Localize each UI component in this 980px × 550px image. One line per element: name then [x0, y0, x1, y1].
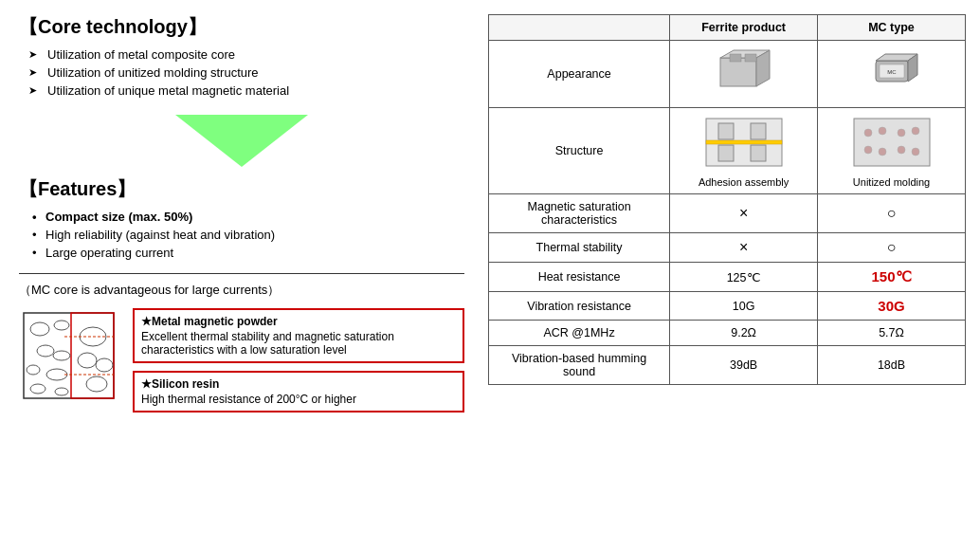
appearance-ferrite [670, 41, 818, 108]
thermal-stability-mc-mark: ○ [887, 239, 897, 255]
composite-diagram [19, 308, 123, 406]
svg-point-12 [96, 358, 113, 372]
structure-label: Structure [489, 108, 670, 194]
triangle-down-icon [175, 115, 308, 167]
left-panel: 【Core technology】 Utilization of metal c… [9, 9, 474, 541]
appearance-row: Appearance [489, 41, 966, 108]
thermal-stability-label: Thermal stability [489, 233, 670, 263]
core-bullets: Utilization of metal composite core Util… [19, 47, 464, 98]
svg-rect-30 [751, 123, 766, 139]
svg-point-34 [879, 127, 886, 135]
appearance-mc: MC [818, 41, 966, 108]
svg-point-33 [864, 129, 872, 137]
feature-item-2: High reliability (against heat and vibra… [28, 228, 464, 242]
svg-point-37 [864, 146, 872, 154]
acr-mc: 5.7Ω [818, 321, 966, 346]
ferrite-appearance-img [711, 46, 777, 99]
svg-rect-28 [718, 123, 734, 139]
svg-point-39 [898, 146, 905, 154]
heat-resistance-ferrite: 125℃ [670, 263, 818, 292]
core-technology-title: 【Core technology】 [19, 14, 464, 40]
svg-rect-29 [718, 145, 734, 161]
svg-point-35 [898, 129, 905, 137]
magnetic-label: Magnetic saturation characteristics [489, 194, 670, 233]
features-title: 【Features】 [19, 176, 464, 202]
annotations-container: ★Metal magnetic powder Excellent thermal… [133, 308, 464, 420]
thermal-stability-mc: ○ [818, 233, 966, 263]
heat-resistance-row: Heat resistance 125℃ 150℃ [489, 263, 966, 292]
svg-rect-20 [745, 54, 756, 62]
svg-point-36 [912, 127, 919, 135]
svg-point-40 [912, 148, 919, 156]
svg-point-6 [46, 369, 67, 380]
heat-resistance-mc-value: 150℃ [872, 268, 912, 284]
unitized-structure-img [849, 114, 935, 171]
magnetic-mc-mark: ○ [887, 205, 897, 221]
svg-point-4 [37, 345, 54, 357]
col-header-0 [489, 15, 670, 41]
comparison-table: Ferrite product MC type Appearance [488, 14, 966, 385]
acr-row: ACR @1MHz 9.2Ω 5.7Ω [489, 321, 966, 346]
acr-label: ACR @1MHz [489, 321, 670, 346]
composite-svg [19, 308, 123, 403]
magnetic-mc: ○ [818, 194, 966, 233]
core-bullet-1: Utilization of metal composite core [28, 47, 464, 62]
core-bullet-3: Utilization of unique metal magnetic mat… [28, 83, 464, 98]
acr-ferrite: 9.2Ω [670, 321, 818, 346]
mc-note: （MC core is advantageous for large curre… [19, 282, 464, 299]
vibration-resistance-ferrite: 10G [670, 292, 818, 321]
svg-rect-19 [730, 54, 741, 62]
thermal-stability-ferrite: × [670, 233, 818, 263]
silicon-resin-body: High thermal resistance of 200°C or high… [141, 393, 456, 406]
silicon-resin-annotation: ★Silicon resin High thermal resistance o… [133, 371, 464, 412]
magnetic-ferrite-mark: × [739, 205, 748, 221]
features-list: Compact size (max. 50%) High reliability… [19, 210, 464, 260]
svg-point-11 [78, 353, 97, 368]
silicon-resin-title: ★Silicon resin [141, 377, 456, 391]
adhesion-sublabel: Adhesion assembly [678, 176, 809, 188]
divider [19, 273, 464, 274]
humming-mc: 18dB [818, 346, 966, 385]
svg-point-38 [879, 148, 886, 156]
core-bullet-2: Utilization of unitized molding structur… [28, 65, 464, 80]
unitized-sublabel: Unitized molding [826, 176, 957, 188]
svg-point-2 [30, 322, 49, 336]
metal-powder-title: ★Metal magnetic powder [141, 315, 456, 328]
heat-resistance-mc: 150℃ [818, 263, 966, 292]
svg-point-7 [30, 384, 45, 394]
humming-ferrite: 39dB [670, 346, 818, 385]
svg-text:MC: MC [887, 69, 897, 75]
vibration-resistance-mc: 30G [818, 292, 966, 321]
vibration-resistance-row: Vibration resistance 10G 30G [489, 292, 966, 321]
svg-point-9 [53, 351, 70, 360]
svg-rect-32 [854, 119, 930, 166]
magnetic-ferrite: × [670, 194, 818, 233]
vibration-resistance-label: Vibration resistance [489, 292, 670, 321]
svg-rect-16 [720, 58, 756, 86]
vibration-resistance-mc-value: 30G [878, 298, 904, 314]
svg-point-13 [86, 376, 107, 392]
mc-appearance-img: MC [859, 46, 925, 99]
humming-label: Vibration-based humming sound [489, 346, 670, 385]
thermal-stability-row: Thermal stability × ○ [489, 233, 966, 263]
metal-powder-annotation: ★Metal magnetic powder Excellent thermal… [133, 308, 464, 363]
metal-powder-body: Excellent thermal stability and magnetic… [141, 330, 456, 357]
feature-item-3: Large operating current [28, 246, 464, 260]
structure-row: Structure Adhesion [489, 108, 966, 194]
magnetic-row: Magnetic saturation characteristics × ○ [489, 194, 966, 233]
right-panel: Ferrite product MC type Appearance [483, 9, 971, 541]
appearance-label: Appearance [489, 41, 670, 108]
triangle-graphic [19, 115, 464, 167]
humming-row: Vibration-based humming sound 39dB 18dB [489, 346, 966, 385]
svg-rect-31 [751, 145, 766, 161]
col-header-ferrite: Ferrite product [670, 15, 818, 41]
svg-rect-27 [706, 140, 782, 144]
bottom-section: ★Metal magnetic powder Excellent thermal… [19, 308, 464, 420]
adhesion-structure-img [701, 114, 787, 171]
svg-point-3 [54, 321, 69, 330]
feature-item-1: Compact size (max. 50%) [28, 210, 464, 224]
structure-mc: Unitized molding [818, 108, 966, 194]
col-header-mc: MC type [818, 15, 966, 41]
svg-point-5 [27, 365, 40, 375]
thermal-stability-ferrite-mark: × [739, 239, 748, 255]
